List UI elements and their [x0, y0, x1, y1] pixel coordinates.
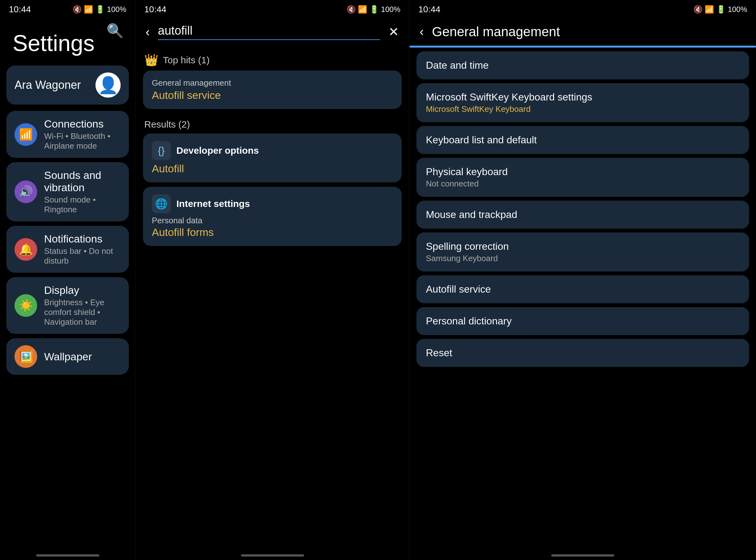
top-hits-section-header: 👑 Top hits (1) — [143, 48, 402, 71]
wallpaper-icon: 🖼️ — [15, 345, 37, 368]
spelling-subtitle: Samsung Keyboard — [426, 254, 740, 263]
notifications-icon: 🔔 — [15, 238, 37, 261]
result-internet-title: Internet settings — [176, 198, 250, 209]
gm-progress-bar — [410, 46, 756, 47]
result-dev-header: {} Developer options — [152, 141, 393, 160]
settings-item-sounds[interactable]: 🔊 Sounds and vibration Sound mode • Ring… — [6, 162, 129, 221]
result-dev-title: Developer options — [176, 145, 259, 156]
result-internet-header: 🌐 Internet settings — [152, 194, 393, 213]
search-clear-button[interactable]: ✕ — [386, 22, 402, 42]
result-dev-highlight: Autofill — [152, 162, 393, 175]
sounds-subtitle: Sound mode • Ringtone — [44, 195, 121, 215]
home-bar-3 — [551, 554, 614, 557]
home-indicator-3 — [410, 551, 756, 560]
home-bar-2 — [241, 554, 304, 557]
autofill-title: Autofill service — [426, 283, 740, 295]
connections-title: Connections — [44, 118, 121, 130]
time-3: 10:44 — [418, 4, 440, 15]
notifications-subtitle: Status bar • Do not disturb — [44, 246, 121, 266]
gm-item-keyboard-list[interactable]: Keyboard list and default — [416, 126, 749, 154]
crown-icon: 👑 — [144, 54, 158, 67]
gm-item-date-time[interactable]: Date and time — [416, 51, 749, 79]
sounds-text: Sounds and vibration Sound mode • Ringto… — [44, 169, 121, 215]
user-card[interactable]: Ara Wagoner 👤 — [6, 65, 129, 104]
swiftkey-title: Microsoft SwiftKey Keyboard settings — [426, 91, 740, 103]
display-title: Display — [44, 284, 121, 296]
settings-list: 📶 Connections Wi-Fi • Bluetooth • Airpla… — [0, 111, 135, 551]
swiftkey-subtitle: Microsoft SwiftKey Keyboard — [426, 104, 740, 114]
connections-subtitle: Wi-Fi • Bluetooth • Airplane mode — [44, 131, 121, 151]
status-icons-1: 🔇 📶 🔋 100% — [73, 5, 126, 14]
gm-item-spelling[interactable]: Spelling correction Samsung Keyboard — [416, 233, 749, 272]
results-label: Results (2) — [144, 119, 190, 130]
gm-back-button[interactable]: ‹ — [417, 22, 426, 41]
search-input[interactable]: autofill — [158, 24, 380, 40]
settings-panel: 10:44 🔇 📶 🔋 100% Settings 🔍 Ara Wagoner … — [0, 0, 136, 560]
connections-icon: 📶 — [15, 123, 37, 146]
result-internet-sub: Personal data — [152, 216, 393, 225]
search-header: ‹ autofill ✕ — [136, 18, 409, 45]
wallpaper-title: Wallpaper — [44, 351, 92, 363]
notifications-title: Notifications — [44, 233, 121, 245]
avatar: 👤 — [96, 73, 121, 98]
gm-header: ‹ General management — [410, 18, 756, 44]
search-back-button[interactable]: ‹ — [143, 22, 152, 42]
home-bar-1 — [36, 554, 99, 557]
gm-item-physical-keyboard[interactable]: Physical keyboard Not connected — [416, 158, 749, 197]
spelling-title: Spelling correction — [426, 241, 740, 252]
settings-item-wallpaper[interactable]: 🖼️ Wallpaper — [6, 338, 129, 375]
display-icon: ☀️ — [15, 294, 37, 317]
results-section-header: Results (2) — [143, 113, 402, 134]
home-indicator-1 — [0, 551, 135, 560]
physical-keyboard-title: Physical keyboard — [426, 166, 740, 178]
general-management-panel: 10:44 🔇 📶 🔋 100% ‹ General management Da… — [410, 0, 756, 560]
gm-item-autofill[interactable]: Autofill service — [416, 275, 749, 303]
sounds-icon: 🔊 — [15, 180, 37, 203]
search-panel: 10:44 🔇 📶 🔋 100% ‹ autofill ✕ 👑 Top hits… — [136, 0, 410, 560]
settings-item-connections[interactable]: 📶 Connections Wi-Fi • Bluetooth • Airpla… — [6, 111, 129, 158]
search-button[interactable]: 🔍 — [106, 23, 124, 39]
gm-title: General management — [432, 24, 560, 39]
time-1: 10:44 — [9, 4, 31, 15]
top-hit-highlight: Autofill service — [152, 89, 393, 101]
wallpaper-text: Wallpaper — [44, 351, 92, 363]
connections-text: Connections Wi-Fi • Bluetooth • Airplane… — [44, 118, 121, 151]
gm-items-list: Date and time Microsoft SwiftKey Keyboar… — [410, 49, 756, 551]
user-name: Ara Wagoner — [15, 78, 81, 92]
display-subtitle: Brightness • Eye comfort shield • Naviga… — [44, 298, 121, 327]
status-icons-3: 🔇 📶 🔋 100% — [693, 5, 747, 14]
gm-item-reset[interactable]: Reset — [416, 339, 749, 367]
search-input-wrapper: autofill — [158, 24, 380, 40]
display-text: Display Brightness • Eye comfort shield … — [44, 284, 121, 327]
status-icons-2: 🔇 📶 🔋 100% — [346, 5, 400, 14]
settings-item-notifications[interactable]: 🔔 Notifications Status bar • Do not dist… — [6, 226, 129, 273]
status-bar-3: 10:44 🔇 📶 🔋 100% — [410, 0, 756, 18]
dev-options-icon: {} — [152, 141, 171, 160]
top-hit-parent: General management — [152, 78, 393, 88]
internet-icon: 🌐 — [152, 194, 171, 213]
time-2: 10:44 — [144, 4, 166, 15]
top-hits-label: Top hits (1) — [163, 55, 210, 65]
top-hit-autofill[interactable]: General management Autofill service — [143, 71, 402, 109]
sounds-title: Sounds and vibration — [44, 169, 121, 194]
personal-dict-title: Personal dictionary — [426, 315, 740, 327]
status-bar-2: 10:44 🔇 📶 🔋 100% — [136, 0, 409, 18]
gm-item-mouse-trackpad[interactable]: Mouse and trackpad — [416, 201, 749, 229]
reset-title: Reset — [426, 347, 740, 359]
result-internet-highlight: Autofill forms — [152, 226, 393, 238]
date-time-title: Date and time — [426, 60, 740, 71]
gm-item-personal-dict[interactable]: Personal dictionary — [416, 307, 749, 335]
mouse-trackpad-title: Mouse and trackpad — [426, 209, 740, 220]
avatar-icon: 👤 — [98, 76, 118, 95]
physical-keyboard-subtitle: Not connected — [426, 179, 740, 189]
keyboard-list-title: Keyboard list and default — [426, 134, 740, 146]
result-developer-options[interactable]: {} Developer options Autofill — [143, 134, 402, 182]
settings-item-display[interactable]: ☀️ Display Brightness • Eye comfort shie… — [6, 277, 129, 334]
search-results: 👑 Top hits (1) General management Autofi… — [136, 45, 409, 551]
result-internet-settings[interactable]: 🌐 Internet settings Personal data Autofi… — [143, 187, 402, 246]
gm-item-swiftkey[interactable]: Microsoft SwiftKey Keyboard settings Mic… — [416, 83, 749, 122]
notifications-text: Notifications Status bar • Do not distur… — [44, 233, 121, 266]
status-bar-1: 10:44 🔇 📶 🔋 100% — [0, 0, 135, 18]
home-indicator-2 — [136, 551, 409, 560]
search-icon: 🔍 — [106, 23, 124, 38]
